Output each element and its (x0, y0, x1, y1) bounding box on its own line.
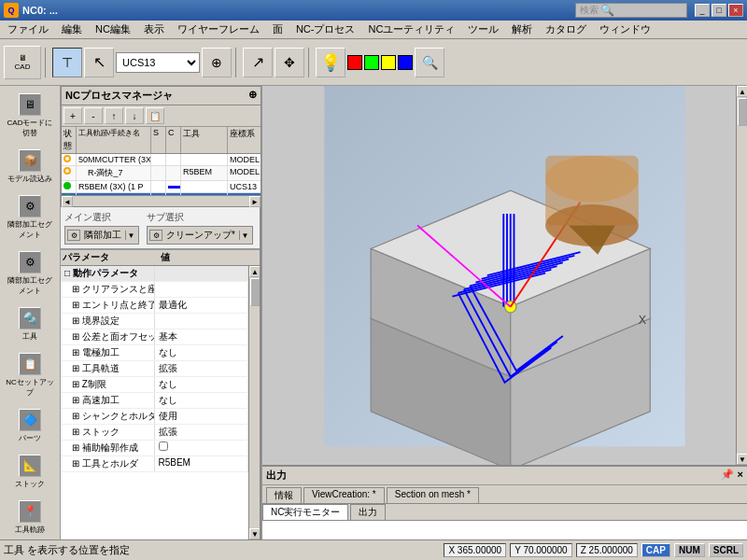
sidebar-toolpath[interactable]: 📍 工具軌跡 (2, 497, 58, 539)
viewport-scrollbar[interactable]: ▲ ▼ (736, 86, 747, 465)
sidebar-cad-mode[interactable]: 🖥 CADモードに切替 (2, 90, 58, 142)
menu-nc-edit[interactable]: NC編集 (90, 21, 136, 38)
sidebar-neighbor-seg1[interactable]: ⚙ 隣部加工セグメント (2, 191, 58, 244)
param-row-electrode[interactable]: ⊞ 電極加工 なし (61, 345, 248, 361)
param-row-toolpath[interactable]: ⊞ 工具軌道 拡張 (61, 361, 248, 377)
param-entry-label: ⊞ エントリ点と終了点 (61, 298, 155, 313)
menu-window[interactable]: ウィンドウ (594, 21, 656, 38)
params-vscrollbar[interactable]: ▲ ▼ (248, 266, 260, 539)
move-btn[interactable]: ✥ (275, 48, 304, 77)
output-tab-nc-monitor[interactable]: NC実行モニター (262, 504, 348, 520)
scroll-left-btn[interactable]: ◄ (62, 196, 73, 207)
menu-catalog[interactable]: カタログ (540, 21, 592, 38)
col-s: S (151, 127, 166, 153)
nc-panel-pin[interactable]: ⊕ (248, 89, 257, 103)
sub-sel-arrow: ▼ (239, 231, 250, 240)
select-btn[interactable]: ↗ (243, 48, 273, 77)
output-tabs: 情報 ViewCreation: * Section on mesh * (262, 485, 747, 504)
param-row-entry[interactable]: ⊞ エントリ点と終了点 最適化 (61, 298, 248, 314)
nc-tool-copy[interactable]: 📋 (146, 107, 164, 124)
menu-view[interactable]: 表示 (138, 21, 170, 38)
params-scroll-up[interactable]: ▲ (249, 266, 260, 277)
sidebar-model-load[interactable]: 📦 モデル読込み (2, 146, 58, 188)
ucs-dropdown[interactable]: UCS13 (116, 52, 200, 73)
sidebar-stock[interactable]: 📐 ストック (2, 451, 58, 493)
param-tolerance-label: ⊞ 公差と面オフセット (61, 329, 155, 344)
output-close-icon[interactable]: × (738, 469, 743, 483)
scroll-right-btn[interactable]: ► (249, 196, 261, 207)
menu-tools[interactable]: ツール (462, 21, 504, 38)
menu-nc-process[interactable]: NC-プロセス (290, 21, 361, 38)
menu-edit[interactable]: 編集 (56, 21, 88, 38)
sidebar-parts[interactable]: 🔷 パーツ (2, 405, 58, 447)
nc-tool-new[interactable]: + (63, 107, 82, 124)
param-row-shank[interactable]: ⊞ シャンクとホルダ 使用 (61, 409, 248, 425)
param-row-clearance[interactable]: ⊞ クリアランスと座標系 (61, 282, 248, 298)
filter-btn[interactable]: ⊤ (52, 48, 82, 77)
status-bar: 工具 を表示する位置を指定 X 365.00000 Y 70.000000 Z … (0, 539, 747, 560)
light-btn[interactable]: 💡 (316, 48, 345, 77)
viewport[interactable]: X 出力 📌 × 情報 ViewCreation: * Section on m… (261, 86, 747, 539)
param-toolholder-label: ⊞ 工具とホルダ (61, 456, 155, 471)
nc-row-3[interactable]: R5BEM (3X) (1 P UCS13 (62, 181, 261, 193)
nc-row-2[interactable]: R-満快_7 R5BEM MODEL (62, 166, 261, 181)
param-boundary-label: ⊞ 境界設定 (61, 314, 155, 329)
color1-btn[interactable] (347, 55, 362, 70)
output-header: 出力 📌 × (262, 467, 747, 485)
nc-tool-delete[interactable]: - (84, 107, 103, 124)
cad-mode-btn[interactable]: 🖥CAD (4, 46, 41, 79)
search-box[interactable]: 検索 🔍 (575, 3, 687, 18)
output-pin-icon[interactable]: 📌 (721, 469, 734, 483)
sidebar-tool[interactable]: 🔩 工具 (2, 303, 58, 345)
param-tolerance-value: 基本 (155, 329, 249, 344)
color4-btn[interactable] (398, 55, 413, 70)
param-row-zlimit[interactable]: ⊞ Z制限 なし (61, 377, 248, 393)
vp-scroll-down[interactable]: ▼ (737, 454, 747, 465)
color3-btn[interactable] (381, 55, 396, 70)
sidebar-neighbor-seg2[interactable]: ⚙ 隣部加工セグメント (2, 247, 58, 300)
output-content (262, 521, 747, 539)
row1-status (62, 154, 77, 165)
cursor-btn[interactable]: ↖ (84, 48, 114, 77)
sidebar-nc-setup[interactable]: 📋 NCセットアップ (2, 349, 58, 401)
menu-file[interactable]: ファイル (2, 21, 54, 38)
menu-analysis[interactable]: 解析 (506, 21, 538, 38)
menu-wireframe[interactable]: ワイヤーフレーム (172, 21, 265, 38)
param-row-highspeed[interactable]: ⊞ 高速加工 なし (61, 393, 248, 409)
nc-row-1[interactable]: 50MMCUTTER (3X) ( MODEL (62, 154, 261, 166)
params-scroll-thumb[interactable] (250, 278, 260, 306)
color2-btn[interactable] (364, 55, 379, 70)
search-btn[interactable]: 🔍 (415, 48, 444, 77)
param-aux-checkbox[interactable] (159, 441, 168, 451)
snap-btn[interactable]: ⊕ (202, 48, 232, 77)
close-button[interactable]: × (728, 4, 743, 17)
main-selection-dropdown[interactable]: ⚙ 隣部加工 ▼ (64, 226, 139, 245)
row2-tool: R5BEM (181, 166, 228, 180)
params-scroll-down[interactable]: ▼ (249, 528, 260, 539)
row3-c (166, 181, 181, 192)
output-tab-output[interactable]: 出力 (350, 504, 386, 520)
param-row-toolholder[interactable]: ⊞ 工具とホルダ R5BEM (61, 456, 248, 472)
sub-selection-dropdown[interactable]: ⚙ クリーンアップ* ▼ (147, 226, 253, 245)
nc-tool-down[interactable]: ↓ (125, 107, 144, 124)
maximize-button[interactable]: □ (712, 4, 726, 17)
output-tab-info[interactable]: 情報 (266, 487, 302, 503)
toolbar-sep-3 (308, 48, 312, 77)
param-row-boundary[interactable]: ⊞ 境界設定 (61, 314, 248, 329)
output-tab-viewcreation[interactable]: ViewCreation: * (303, 487, 385, 503)
output-tab-section[interactable]: Section on mesh * (387, 487, 479, 503)
nc-tool-up[interactable]: ↑ (105, 107, 123, 124)
menu-nc-utility[interactable]: NCユーティリティ (362, 21, 460, 38)
param-row-aux[interactable]: ⊞ 補助輪郭作成 (61, 441, 248, 456)
param-row-stock[interactable]: ⊞ ストック 拡張 (61, 425, 248, 441)
vp-scroll-up[interactable]: ▲ (737, 86, 747, 97)
left-panel: NCプロセスマネージャ ⊕ + - ↑ ↓ 📋 状態 工具軌跡/手続き名 S C… (61, 86, 261, 539)
param-row-tolerance[interactable]: ⊞ 公差と面オフセット 基本 (61, 329, 248, 345)
col-c: C (166, 127, 181, 153)
nc-hscrollbar[interactable]: ◄ ► (62, 195, 261, 206)
vp-scroll-thumb[interactable] (738, 98, 747, 126)
minimize-button[interactable]: _ (695, 4, 710, 17)
row2-status (62, 166, 77, 180)
row2-coord: MODEL (228, 166, 261, 180)
menu-surface[interactable]: 面 (267, 21, 289, 38)
